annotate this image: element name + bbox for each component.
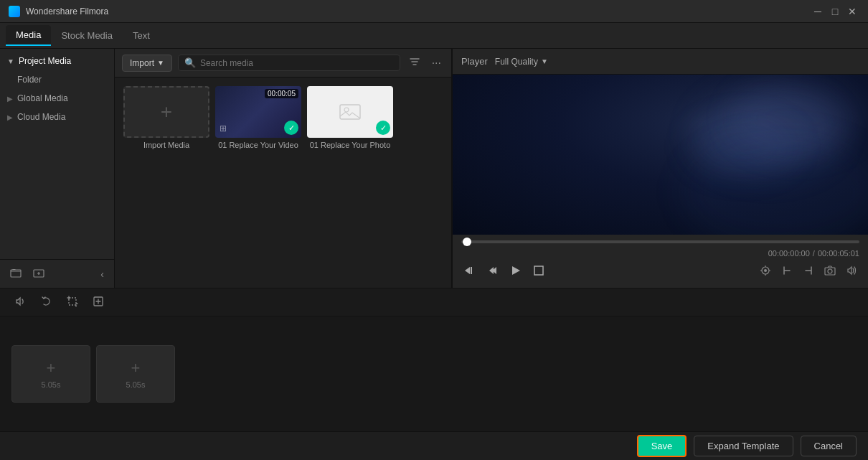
time-separator: / (813, 249, 815, 258)
svg-rect-14 (69, 298, 76, 305)
time-row: 00:00:00:00 / 00:00:05:01 (461, 249, 859, 258)
add-to-timeline-button[interactable] (30, 264, 47, 283)
cancel-button[interactable]: Cancel (801, 436, 857, 456)
chevron-down-icon: ▼ (7, 57, 14, 65)
svg-rect-2 (340, 105, 360, 119)
video-type-icon: ⊞ (220, 123, 227, 133)
title-bar-left: Wondershare Filmora (9, 6, 108, 17)
audio-tool-button[interactable] (11, 292, 30, 313)
sidebar-item-cloud-media[interactable]: ▶ Cloud Media (0, 108, 114, 126)
progress-bar[interactable] (461, 240, 859, 243)
video-time-badge: 00:00:05 (265, 89, 298, 98)
right-controls (758, 263, 859, 281)
player-header: Player Full Quality ▼ (453, 49, 868, 75)
clip-label-1: 5.05s (42, 380, 61, 389)
svg-point-13 (828, 269, 832, 273)
media-panel: Import ▼ 🔍 ··· (115, 49, 451, 288)
more-options-button[interactable]: ··· (429, 55, 444, 71)
title-bar: Wondershare Filmora ─ □ ✕ (0, 0, 868, 23)
video-media-item[interactable]: 00:00:05 ⊞ ✓ 01 Replace Your Video (215, 86, 301, 149)
chevron-right-icon: ▶ (7, 95, 13, 103)
tab-media[interactable]: Media (6, 25, 51, 46)
photo-placeholder-icon (339, 100, 362, 123)
svg-rect-9 (534, 266, 543, 275)
search-input[interactable] (200, 58, 394, 68)
media-toolbar: Import ▼ 🔍 ··· (115, 49, 451, 78)
bottom-toolbar (0, 288, 868, 316)
volume-button[interactable] (844, 263, 859, 281)
frame-back-button[interactable] (484, 262, 501, 282)
transform-tool-button[interactable] (89, 292, 108, 313)
player-label: Player (461, 56, 488, 67)
import-thumb: + (123, 86, 209, 138)
clip-add-icon-2: + (131, 359, 141, 377)
svg-rect-5 (471, 267, 472, 274)
clip-label-2: 5.05s (126, 380, 146, 389)
import-plus-icon: + (161, 100, 172, 123)
import-button[interactable]: Import ▼ (122, 55, 172, 72)
controls-row (461, 262, 859, 282)
snapshot-button[interactable] (822, 263, 838, 281)
total-time: 00:00:05:01 (818, 249, 859, 258)
rotate-tool-button[interactable] (37, 292, 56, 313)
close-button[interactable]: ✕ (845, 4, 859, 19)
filter-button[interactable] (406, 55, 423, 71)
maximize-button[interactable]: □ (828, 4, 842, 19)
sidebar-global-label: Global Media (17, 93, 68, 103)
video-label: 01 Replace Your Video (218, 141, 298, 149)
window-controls: ─ □ ✕ (811, 4, 859, 19)
playback-settings-button[interactable] (758, 263, 773, 281)
app-title: Wondershare Filmora (26, 6, 108, 17)
search-icon: 🔍 (184, 57, 196, 68)
expand-template-button[interactable]: Expand Template (694, 436, 793, 456)
collapse-sidebar-button[interactable]: ‹ (98, 266, 107, 283)
player-preview (453, 75, 868, 235)
mark-out-button[interactable] (801, 263, 816, 281)
crop-tool-button[interactable] (63, 292, 82, 313)
sidebar-item-folder[interactable]: Folder (0, 70, 114, 89)
app-window: Wondershare Filmora ─ □ ✕ Media Stock Me… (0, 0, 868, 460)
footer: Save Expand Template Cancel (0, 431, 868, 460)
tab-stock-media[interactable]: Stock Media (51, 26, 123, 45)
svg-point-11 (764, 269, 767, 272)
sidebar-folder-label: Folder (17, 75, 42, 85)
svg-point-3 (344, 108, 349, 112)
mark-in-button[interactable] (779, 263, 795, 281)
minimize-button[interactable]: ─ (811, 4, 825, 19)
current-time: 00:00:00:00 (768, 249, 810, 258)
sidebar-item-label: Project Media (19, 56, 71, 66)
timeline-clip-2[interactable]: + 5.05s (96, 345, 175, 403)
timeline-clip-1[interactable]: + 5.05s (11, 345, 90, 403)
video-check-icon: ✓ (284, 121, 298, 135)
sidebar-item-global-media[interactable]: ▶ Global Media (0, 89, 114, 108)
player-controls: 00:00:00:00 / 00:00:05:01 (453, 235, 868, 288)
timeline: + 5.05s + 5.05s (0, 316, 868, 431)
skip-back-button[interactable] (461, 262, 478, 282)
save-button[interactable]: Save (637, 435, 687, 457)
sidebar-cloud-label: Cloud Media (17, 112, 65, 122)
svg-marker-4 (465, 267, 470, 274)
photo-media-item[interactable]: ✓ 01 Replace Your Photo (307, 86, 393, 149)
progress-handle[interactable] (463, 238, 471, 246)
clip-add-icon-1: + (47, 359, 56, 377)
search-box: 🔍 (178, 55, 400, 71)
photo-label: 01 Replace Your Photo (310, 141, 391, 149)
media-grid: + Import Media 00:00:05 ⊞ ✓ 01 Replace (115, 78, 451, 158)
tab-bar: Media Stock Media Text (0, 23, 868, 49)
stop-button[interactable] (530, 262, 547, 282)
new-folder-button[interactable] (7, 264, 24, 283)
play-button[interactable] (507, 262, 524, 282)
import-dropdown-icon: ▼ (157, 59, 164, 67)
quality-selector[interactable]: Full Quality ▼ (495, 57, 548, 67)
tab-text[interactable]: Text (123, 26, 160, 45)
photo-check-icon: ✓ (376, 121, 390, 135)
preview-background (453, 75, 868, 235)
quality-dropdown-icon: ▼ (541, 57, 548, 65)
sidebar-item-project-media[interactable]: ▼ Project Media (0, 52, 114, 70)
chevron-right-icon2: ▶ (7, 113, 13, 121)
app-icon (9, 6, 20, 17)
sidebar: ▼ Project Media Folder ▶ Global Media (0, 49, 115, 288)
player-panel: Player Full Quality ▼ (452, 49, 868, 288)
import-media-item[interactable]: + Import Media (123, 86, 209, 149)
import-media-label: Import Media (143, 141, 189, 149)
